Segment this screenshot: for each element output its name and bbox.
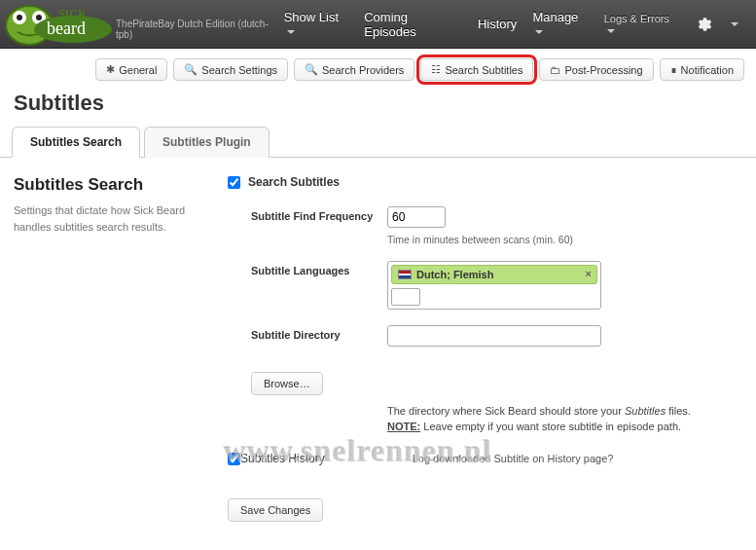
subtab-subtitles-search[interactable]: Subtitles Search <box>12 127 140 158</box>
lang-row: Subtitle Languages Dutch; Flemish × <box>228 261 742 310</box>
save-button[interactable]: Save Changes <box>228 498 323 522</box>
search-subtitles-checkbox[interactable] <box>228 176 240 189</box>
cog-icon: ✱ <box>106 63 115 76</box>
content-area: Subtitles Search Settings that dictate h… <box>0 158 756 539</box>
tab-search-subtitles-label: Search Subtitles <box>445 64 522 76</box>
topbar: SICK beard ThePirateBay Dutch Edition (d… <box>0 0 756 49</box>
search-subtitles-label: Search Subtitles <box>248 175 340 189</box>
tab-search-providers[interactable]: 🔍Search Providers <box>294 58 414 81</box>
caret-icon <box>731 22 738 26</box>
nav-show-list-label: Show List <box>284 10 339 24</box>
dir-note-1: The directory where Sick Beard should st… <box>387 405 742 417</box>
side-description: Subtitles Search Settings that dictate h… <box>14 175 208 522</box>
search-icon: 🔍 <box>305 63 318 76</box>
browse-button[interactable]: Browse… <box>251 372 323 395</box>
sub-tabs: Subtitles Search Subtitles Plugin <box>0 126 756 158</box>
nav-logs-label: Logs & Errors <box>604 13 669 24</box>
tab-search-settings-label: Search Settings <box>201 64 277 76</box>
tab-notification[interactable]: ∎Notification <box>660 58 744 81</box>
tab-general-label: General <box>119 64 157 76</box>
freq-input[interactable] <box>387 206 446 228</box>
nav-logs-errors[interactable]: Logs & Errors <box>604 13 679 36</box>
caret-icon <box>607 29 615 33</box>
dir-row: Subtitle Directory <box>228 325 742 347</box>
nav-history[interactable]: History <box>478 17 517 31</box>
history-desc: Log downloaded Subtitle on History page? <box>413 453 614 464</box>
history-row: Subtitles History Log downloaded Subtitl… <box>228 452 742 465</box>
logo[interactable]: SICK beard <box>0 0 126 49</box>
lang-label: Subtitle Languages <box>251 261 387 276</box>
history-checkbox[interactable] <box>228 453 240 465</box>
page-title: Subtitles <box>0 91 756 126</box>
search-subtitles-row: Search Subtitles <box>228 175 742 189</box>
nav-manage[interactable]: Manage <box>532 10 588 39</box>
caret-icon <box>287 30 295 34</box>
bell-icon: ∎ <box>670 63 677 76</box>
nav-coming-episodes[interactable]: Coming Episodes <box>364 10 462 39</box>
folder-icon: 🗀 <box>550 64 560 76</box>
lang-chip-dutch: Dutch; Flemish × <box>391 265 597 284</box>
tab-notification-label: Notification <box>681 64 734 76</box>
history-label: Subtitles History <box>240 452 325 465</box>
tab-post-processing-label: Post-Processing <box>564 64 642 76</box>
svg-point-4 <box>36 15 42 20</box>
dir-input[interactable] <box>387 325 601 347</box>
edition-label: ThePirateBay Dutch Edition (dutch-tpb) <box>116 18 284 48</box>
lang-chip-label: Dutch; Flemish <box>416 269 493 280</box>
tab-search-settings[interactable]: 🔍Search Settings <box>173 58 288 81</box>
form-area: Search Subtitles Subtitle Find Frequency… <box>208 175 742 522</box>
subtab-subtitles-plugin[interactable]: Subtitles Plugin <box>144 127 270 158</box>
search-icon: 🔍 <box>184 63 198 76</box>
tab-search-providers-label: Search Providers <box>322 64 404 76</box>
tab-post-processing[interactable]: 🗀Post-Processing <box>539 58 653 81</box>
section-heading: Subtitles Search <box>14 175 208 195</box>
config-tab-row: ✱General 🔍Search Settings 🔍Search Provid… <box>0 49 756 91</box>
dir-note-2: NOTE: Leave empty if you want store subt… <box>387 421 742 432</box>
dir-label: Subtitle Directory <box>251 325 387 341</box>
tab-general[interactable]: ✱General <box>95 58 167 81</box>
tab-search-subtitles[interactable]: ☷Search Subtitles <box>420 58 533 81</box>
section-desc: Settings that dictate how Sick Beard han… <box>14 202 208 235</box>
caret-icon <box>535 30 543 34</box>
svg-text:beard: beard <box>47 18 86 38</box>
nav-show-list[interactable]: Show List <box>284 10 349 39</box>
freq-row: Subtitle Find Frequency Time in minutes … <box>228 206 742 245</box>
settings-gear-icon[interactable] <box>695 16 712 33</box>
flag-nl-icon <box>398 270 412 279</box>
remove-lang-icon[interactable]: × <box>586 268 592 279</box>
freq-help: Time in minutes between scans (min. 60) <box>387 234 742 245</box>
nav-manage-label: Manage <box>532 10 578 24</box>
lang-select-box[interactable]: Dutch; Flemish × <box>387 261 601 310</box>
svg-point-2 <box>17 15 22 20</box>
main-nav: Show List Coming Episodes History Manage… <box>284 10 746 39</box>
freq-label: Subtitle Find Frequency <box>251 206 387 222</box>
lang-add-input[interactable] <box>391 288 420 306</box>
subtitle-icon: ☷ <box>431 63 441 76</box>
